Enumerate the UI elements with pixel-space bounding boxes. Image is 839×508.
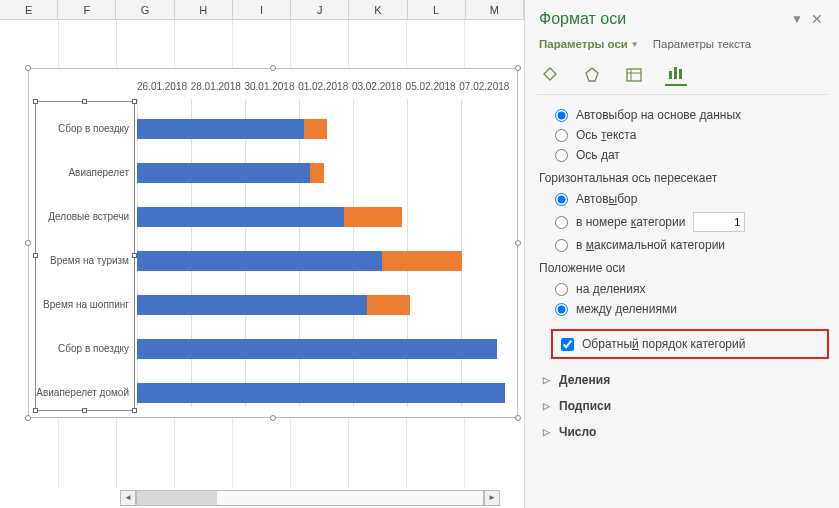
size-properties-icon[interactable] bbox=[623, 64, 645, 86]
col-header[interactable]: M bbox=[466, 0, 524, 19]
scroll-left-button[interactable]: ◄ bbox=[120, 490, 136, 506]
resize-handle[interactable] bbox=[515, 415, 521, 421]
fill-icon[interactable] bbox=[539, 64, 561, 86]
expander-number[interactable]: ▷Число bbox=[525, 419, 839, 445]
radio-crosses-category[interactable]: в номере категории bbox=[555, 209, 825, 235]
radio-pos-on-tick[interactable]: на делениях bbox=[555, 279, 825, 299]
radio-crosses-max[interactable]: в максимальной категории bbox=[555, 235, 825, 255]
resize-handle[interactable] bbox=[270, 65, 276, 71]
category-label: Авиаперелет bbox=[35, 163, 129, 183]
category-label: Время на туризм bbox=[35, 251, 129, 271]
radio-crosses-auto[interactable]: Автовыбор bbox=[555, 189, 825, 209]
axis-tick: 26.01.2018 bbox=[137, 81, 191, 97]
col-header[interactable]: E bbox=[0, 0, 58, 19]
chart-object[interactable]: 26.01.2018 28.01.2018 30.01.2018 01.02.2… bbox=[28, 68, 518, 418]
axis-tick: 07.02.2018 bbox=[459, 81, 513, 97]
highlight-reverse-order: Обратный порядок категорий bbox=[551, 329, 829, 359]
chart-date-axis[interactable]: 26.01.2018 28.01.2018 30.01.2018 01.02.2… bbox=[137, 81, 513, 97]
panel-close-button[interactable]: ✕ bbox=[807, 11, 827, 27]
expander-labels[interactable]: ▷Подписи bbox=[525, 393, 839, 419]
crosses-heading: Горизонтальная ось пересекает bbox=[539, 165, 825, 189]
scroll-right-button[interactable]: ► bbox=[484, 490, 500, 506]
horizontal-scrollbar[interactable]: ◄ ► bbox=[120, 490, 500, 506]
resize-handle[interactable] bbox=[25, 240, 31, 246]
bar-row[interactable] bbox=[137, 295, 511, 315]
radio-axis-type-auto[interactable]: Автовыбор на основе данных bbox=[555, 105, 825, 125]
axis-tick: 05.02.2018 bbox=[406, 81, 460, 97]
checkbox-reverse-order[interactable]: Обратный порядок категорий bbox=[561, 337, 819, 351]
svg-rect-4 bbox=[669, 71, 672, 79]
resize-handle[interactable] bbox=[25, 65, 31, 71]
radio-pos-between[interactable]: между делениями bbox=[555, 299, 825, 319]
expander-ticks[interactable]: ▷Деления bbox=[525, 367, 839, 393]
chart-plot-area[interactable] bbox=[137, 107, 511, 407]
svg-rect-1 bbox=[627, 69, 641, 81]
col-header[interactable]: I bbox=[233, 0, 291, 19]
bar-row[interactable] bbox=[137, 383, 511, 403]
resize-handle[interactable] bbox=[270, 415, 276, 421]
bar-row[interactable] bbox=[137, 163, 511, 183]
tab-axis-options[interactable]: Параметры оси▼ bbox=[539, 38, 639, 50]
category-label: Время на шоппинг bbox=[35, 295, 129, 315]
tab-text-options[interactable]: Параметры текста bbox=[653, 38, 751, 50]
resize-handle[interactable] bbox=[25, 415, 31, 421]
column-headers: E F G H I J K L M bbox=[0, 0, 524, 20]
resize-handle[interactable] bbox=[515, 65, 521, 71]
col-header[interactable]: F bbox=[58, 0, 116, 19]
svg-marker-0 bbox=[586, 68, 598, 81]
axis-tick: 30.01.2018 bbox=[244, 81, 298, 97]
bar-row[interactable] bbox=[137, 207, 511, 227]
col-header[interactable]: K bbox=[349, 0, 407, 19]
crosses-category-input[interactable] bbox=[693, 212, 745, 232]
resize-handle[interactable] bbox=[515, 240, 521, 246]
format-axis-panel: Формат оси ▼ ✕ Параметры оси▼ Параметры … bbox=[524, 0, 839, 508]
bar-row[interactable] bbox=[137, 339, 511, 359]
svg-rect-6 bbox=[679, 69, 682, 79]
scroll-thumb[interactable] bbox=[137, 491, 217, 505]
category-label: Сбор в поездку bbox=[35, 119, 129, 139]
col-header[interactable]: G bbox=[116, 0, 174, 19]
category-label: Сбор в поездку bbox=[35, 339, 129, 359]
svg-rect-5 bbox=[674, 67, 677, 79]
panel-options-dropdown[interactable]: ▼ bbox=[787, 12, 807, 26]
category-label: Деловые встречи bbox=[35, 207, 129, 227]
category-label: Авиаперелет домой bbox=[35, 383, 129, 403]
axis-tick: 28.01.2018 bbox=[191, 81, 245, 97]
axis-tick: 01.02.2018 bbox=[298, 81, 352, 97]
effects-icon[interactable] bbox=[581, 64, 603, 86]
radio-axis-type-text[interactable]: Ось текста bbox=[555, 125, 825, 145]
axis-options-icon[interactable] bbox=[665, 64, 687, 86]
radio-axis-type-date[interactable]: Ось дат bbox=[555, 145, 825, 165]
axis-position-heading: Положение оси bbox=[539, 255, 825, 279]
bar-row[interactable] bbox=[137, 119, 511, 139]
col-header[interactable]: L bbox=[408, 0, 466, 19]
col-header[interactable]: J bbox=[291, 0, 349, 19]
axis-tick: 03.02.2018 bbox=[352, 81, 406, 97]
bar-row[interactable] bbox=[137, 251, 511, 271]
panel-title: Формат оси bbox=[539, 10, 787, 28]
col-header[interactable]: H bbox=[175, 0, 233, 19]
